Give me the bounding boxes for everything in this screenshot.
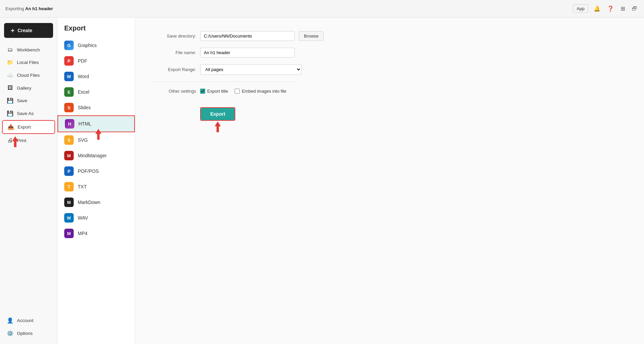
format-item-html[interactable]: H HTML (57, 115, 135, 132)
export-arrow (12, 136, 18, 147)
sidebar-item-cloud-files[interactable]: ☁️ Cloud Files (2, 69, 55, 82)
sidebar-item-account[interactable]: 👤 Account (2, 314, 55, 327)
export-title-label: Export title (207, 89, 228, 94)
create-label: Create (18, 28, 32, 33)
format-item-pdf[interactable]: P PDF (57, 53, 135, 69)
sidebar-item-save-as[interactable]: 💾 Save As (2, 107, 55, 120)
format-label: SVG (78, 137, 88, 143)
format-item-pof[interactable]: P POF/POS (57, 163, 135, 179)
sidebar-item-save[interactable]: 💾 Save (2, 94, 55, 107)
sidebar: ＋ Create 🗂 Workbench 📁 Local Files ☁️ Cl… (0, 18, 57, 344)
save-directory-input[interactable] (200, 31, 295, 41)
gallery-icon: 🖼 (7, 85, 14, 91)
format-label: MP4 (78, 231, 88, 236)
format-label: Excel (78, 89, 89, 95)
topbar-left: Exporting An h1 header (5, 6, 53, 11)
sidebar-item-label: Account (17, 318, 33, 323)
save-directory-row: Save directory: Browse (152, 31, 627, 41)
file-name-label: File name: (152, 50, 196, 55)
exporting-label: Exporting An h1 header (5, 6, 53, 11)
export-button-area: Export (200, 107, 235, 132)
save-icon: 💾 (7, 97, 14, 104)
sidebar-item-export[interactable]: 📤 Export (2, 120, 55, 134)
format-item-graphics[interactable]: G Graphics (57, 38, 135, 53)
create-button[interactable]: ＋ Create (4, 23, 53, 38)
content-area: Export G Graphics P PDF W Word E Excel (57, 18, 644, 344)
format-item-markdown[interactable]: M MarkDown (57, 194, 135, 210)
export-icon: 📤 (7, 124, 14, 130)
format-label: MindManager (78, 153, 107, 158)
window-icon[interactable]: 🗗 (630, 4, 639, 13)
sidebar-item-options[interactable]: ⚙️ Options (2, 327, 55, 340)
app-button[interactable]: App (573, 4, 588, 13)
word-icon: W (64, 72, 74, 81)
export-settings-panel: Save directory: Browse File name: Export… (135, 18, 644, 344)
other-settings-row: Other settings Export title Embed images… (152, 89, 627, 94)
account-icon: 👤 (7, 317, 14, 324)
graphics-icon: G (64, 41, 74, 50)
format-item-wav[interactable]: W WAV (57, 210, 135, 226)
export-panel-title: Export (57, 24, 135, 38)
document-name: An h1 header (25, 6, 53, 11)
format-label: TXT (78, 184, 87, 189)
format-label: Graphics (78, 43, 97, 48)
svg-icon: S (64, 135, 74, 145)
sidebar-item-local-files[interactable]: 📁 Local Files (2, 56, 55, 69)
mindmanager-icon: M (64, 151, 74, 160)
format-item-txt[interactable]: T TXT (57, 179, 135, 194)
other-settings-label: Other settings (152, 89, 196, 94)
format-item-mp4[interactable]: M MP4 (57, 226, 135, 241)
sidebar-item-label: Options (17, 331, 33, 336)
format-label: WAV (78, 215, 88, 221)
export-range-label: Export Range: (152, 67, 196, 72)
html-arrow (95, 129, 101, 140)
format-item-mindmanager[interactable]: M MindManager (57, 148, 135, 163)
export-title-checkbox[interactable] (200, 89, 205, 94)
embed-images-checkbox-item[interactable]: Embed images into file (235, 89, 286, 94)
export-title-checkbox-item[interactable]: Export title (200, 89, 228, 94)
export-format-panel: Export G Graphics P PDF W Word E Excel (57, 18, 135, 344)
local-files-icon: 📁 (7, 59, 14, 66)
format-item-slides[interactable]: S Slides (57, 100, 135, 115)
topbar: Exporting An h1 header App 🔔 ❓ ⊞ 🗗 (0, 0, 644, 18)
html-icon: H (65, 119, 74, 129)
markdown-icon: M (64, 198, 74, 207)
workbench-icon: 🗂 (7, 47, 14, 53)
sidebar-nav: 🗂 Workbench 📁 Local Files ☁️ Cloud Files… (0, 43, 57, 314)
mp4-icon: M (64, 229, 74, 238)
slides-icon: S (64, 103, 74, 112)
embed-images-label: Embed images into file (242, 89, 286, 94)
format-label: Word (78, 74, 89, 79)
export-range-row: Export Range: All pages Current page Sel… (152, 64, 627, 75)
embed-images-checkbox[interactable] (235, 89, 240, 94)
checkbox-group: Export title Embed images into file (200, 89, 286, 94)
format-label: POF/POS (78, 168, 99, 174)
export-range-select[interactable]: All pages Current page Selected pages (200, 64, 302, 75)
browse-button[interactable]: Browse (299, 31, 324, 41)
plus-icon: ＋ (9, 26, 16, 35)
help-icon[interactable]: ❓ (606, 4, 615, 13)
notification-icon[interactable]: 🔔 (592, 4, 602, 13)
options-icon: ⚙️ (7, 330, 14, 337)
sidebar-item-print[interactable]: 🖨 Print (2, 134, 55, 146)
sidebar-item-workbench[interactable]: 🗂 Workbench (2, 44, 55, 56)
sidebar-item-gallery[interactable]: 🖼 Gallery (2, 82, 55, 94)
save-directory-label: Save directory: (152, 33, 196, 39)
grid-icon[interactable]: ⊞ (619, 4, 626, 13)
txt-icon: T (64, 182, 74, 191)
format-label: Slides (78, 105, 91, 110)
format-label: MarkDown (78, 200, 100, 205)
sidebar-item-label: Workbench (17, 47, 40, 52)
sidebar-item-label: Save As (17, 111, 34, 116)
main-layout: ＋ Create 🗂 Workbench 📁 Local Files ☁️ Cl… (0, 18, 644, 344)
format-label: PDF (78, 58, 87, 64)
sidebar-item-label: Print (17, 138, 26, 143)
format-item-word[interactable]: W Word (57, 69, 135, 84)
sidebar-item-label: Cloud Files (17, 73, 40, 78)
file-name-input[interactable] (200, 48, 295, 58)
pof-icon: P (64, 166, 74, 176)
export-button[interactable]: Export (201, 108, 235, 120)
sidebar-bottom: 👤 Account ⚙️ Options (0, 314, 57, 344)
format-item-excel[interactable]: E Excel (57, 84, 135, 100)
settings-divider (152, 82, 294, 82)
